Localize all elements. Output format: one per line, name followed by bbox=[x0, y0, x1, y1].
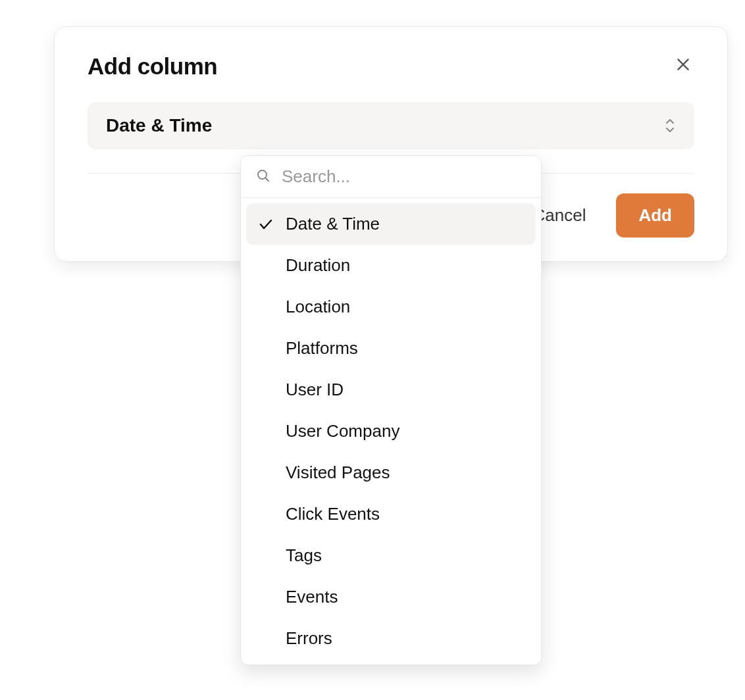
dropdown-item[interactable]: Duration bbox=[246, 245, 536, 286]
dropdown-item-label: Date & Time bbox=[286, 214, 380, 234]
dropdown-item-label: Platforms bbox=[286, 338, 358, 359]
dropdown-item[interactable]: Events bbox=[246, 576, 536, 618]
column-dropdown: Date & TimeDurationLocationPlatformsUser… bbox=[240, 155, 542, 665]
dropdown-item-label: Duration bbox=[286, 255, 350, 276]
dropdown-item[interactable]: Location bbox=[246, 286, 536, 328]
add-button[interactable]: Add bbox=[616, 193, 694, 238]
close-button[interactable] bbox=[672, 53, 694, 78]
dropdown-item[interactable]: Click Events bbox=[246, 493, 536, 535]
dropdown-item-label: Events bbox=[286, 587, 338, 607]
svg-line-3 bbox=[265, 178, 269, 181]
column-select[interactable]: Date & Time bbox=[88, 102, 694, 149]
modal-header: Add column bbox=[88, 53, 694, 80]
dropdown-item[interactable]: Errors bbox=[246, 618, 536, 659]
dropdown-item[interactable]: Platforms bbox=[246, 328, 536, 369]
dropdown-item-label: Visited Pages bbox=[286, 463, 390, 483]
dropdown-list: Date & TimeDurationLocationPlatformsUser… bbox=[241, 198, 541, 664]
check-icon bbox=[257, 216, 275, 232]
modal-title: Add column bbox=[88, 53, 217, 80]
close-icon bbox=[675, 56, 692, 75]
dropdown-item-label: Tags bbox=[286, 545, 322, 566]
dropdown-item[interactable]: User Company bbox=[246, 411, 536, 452]
column-select-value: Date & Time bbox=[106, 115, 212, 136]
search-input[interactable] bbox=[282, 166, 527, 187]
search-icon bbox=[255, 168, 271, 186]
dropdown-item[interactable]: Visited Pages bbox=[246, 452, 536, 493]
chevron-up-down-icon bbox=[664, 117, 676, 134]
dropdown-item[interactable]: User ID bbox=[246, 369, 536, 411]
dropdown-item[interactable]: Date & Time bbox=[246, 203, 536, 245]
dropdown-item-label: Click Events bbox=[286, 504, 380, 524]
dropdown-search bbox=[241, 156, 541, 198]
dropdown-item-label: User ID bbox=[286, 380, 344, 400]
dropdown-item-label: Location bbox=[286, 297, 350, 317]
dropdown-item-label: User Company bbox=[286, 421, 399, 441]
dropdown-item-label: Errors bbox=[286, 628, 332, 649]
dropdown-item[interactable]: Tags bbox=[246, 535, 536, 576]
